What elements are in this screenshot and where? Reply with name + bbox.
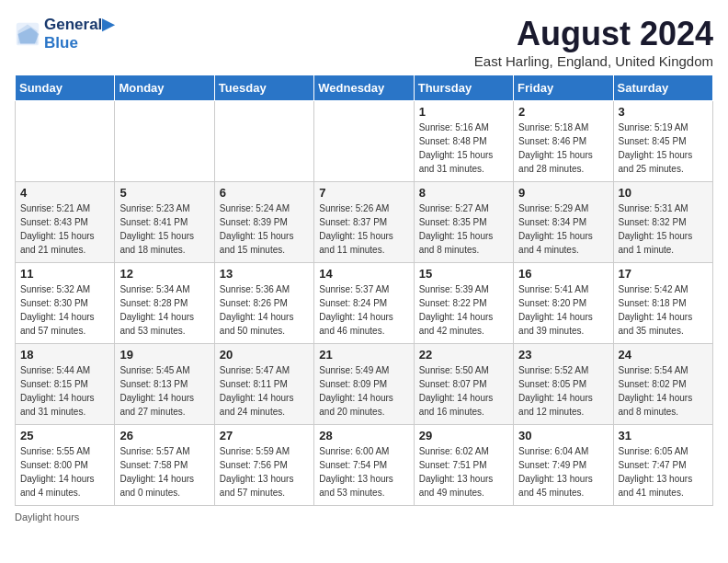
day-info: Sunrise: 5:50 AMSunset: 8:07 PMDaylight:… bbox=[419, 363, 508, 419]
col-saturday: Saturday bbox=[613, 75, 712, 101]
calendar-cell: 10Sunrise: 5:31 AMSunset: 8:32 PMDayligh… bbox=[613, 182, 712, 263]
day-number: 7 bbox=[319, 186, 408, 200]
day-info: Sunrise: 5:36 AMSunset: 8:26 PMDaylight:… bbox=[220, 282, 309, 338]
day-number: 16 bbox=[518, 267, 608, 281]
day-info: Sunrise: 5:45 AMSunset: 8:13 PMDaylight:… bbox=[119, 363, 209, 419]
footer-label: Daylight hours bbox=[15, 511, 79, 523]
calendar-cell: 21Sunrise: 5:49 AMSunset: 8:09 PMDayligh… bbox=[314, 344, 414, 425]
calendar-cell: 4Sunrise: 5:21 AMSunset: 8:43 PMDaylight… bbox=[16, 182, 115, 263]
calendar-cell: 14Sunrise: 5:37 AMSunset: 8:24 PMDayligh… bbox=[314, 263, 414, 344]
day-info: Sunrise: 5:29 AMSunset: 8:34 PMDaylight:… bbox=[518, 201, 608, 257]
day-number: 15 bbox=[419, 267, 508, 281]
calendar-cell: 6Sunrise: 5:24 AMSunset: 8:39 PMDaylight… bbox=[214, 182, 313, 263]
calendar-cell: 11Sunrise: 5:32 AMSunset: 8:30 PMDayligh… bbox=[16, 263, 115, 344]
day-number: 29 bbox=[419, 429, 508, 442]
calendar-cell: 25Sunrise: 5:55 AMSunset: 8:00 PMDayligh… bbox=[16, 425, 115, 506]
day-info: Sunrise: 5:44 AMSunset: 8:15 PMDaylight:… bbox=[20, 363, 109, 419]
calendar-cell bbox=[314, 101, 414, 182]
day-info: Sunrise: 6:02 AMSunset: 7:51 PMDaylight:… bbox=[419, 444, 508, 500]
day-info: Sunrise: 5:57 AMSunset: 7:58 PMDaylight:… bbox=[119, 444, 209, 500]
day-info: Sunrise: 5:27 AMSunset: 8:35 PMDaylight:… bbox=[419, 201, 508, 257]
calendar-cell: 18Sunrise: 5:44 AMSunset: 8:15 PMDayligh… bbox=[16, 344, 115, 425]
logo-icon bbox=[15, 21, 40, 47]
day-number: 30 bbox=[518, 429, 608, 442]
calendar-cell: 12Sunrise: 5:34 AMSunset: 8:28 PMDayligh… bbox=[115, 263, 214, 344]
footer: Daylight hours bbox=[15, 511, 713, 523]
day-number: 1 bbox=[419, 105, 508, 119]
day-info: Sunrise: 5:39 AMSunset: 8:22 PMDaylight:… bbox=[419, 282, 508, 338]
calendar-cell bbox=[16, 101, 115, 182]
calendar-cell: 24Sunrise: 5:54 AMSunset: 8:02 PMDayligh… bbox=[613, 344, 712, 425]
calendar-cell: 29Sunrise: 6:02 AMSunset: 7:51 PMDayligh… bbox=[414, 425, 513, 506]
calendar-week-1: 1Sunrise: 5:16 AMSunset: 8:48 PMDaylight… bbox=[16, 101, 713, 182]
day-number: 23 bbox=[518, 348, 608, 362]
day-number: 17 bbox=[619, 267, 708, 281]
calendar-cell: 2Sunrise: 5:18 AMSunset: 8:46 PMDaylight… bbox=[514, 101, 613, 182]
col-tuesday: Tuesday bbox=[214, 75, 313, 101]
logo-text: General▶ Blue bbox=[44, 15, 114, 52]
calendar-cell: 3Sunrise: 5:19 AMSunset: 8:45 PMDaylight… bbox=[613, 101, 712, 182]
day-number: 21 bbox=[319, 348, 408, 362]
location: East Harling, England, United Kingdom bbox=[474, 53, 713, 69]
day-number: 8 bbox=[419, 186, 508, 200]
day-info: Sunrise: 5:24 AMSunset: 8:39 PMDaylight:… bbox=[220, 201, 309, 257]
day-info: Sunrise: 5:18 AMSunset: 8:46 PMDaylight:… bbox=[518, 121, 608, 176]
day-info: Sunrise: 5:41 AMSunset: 8:20 PMDaylight:… bbox=[518, 282, 608, 338]
calendar-week-2: 4Sunrise: 5:21 AMSunset: 8:43 PMDaylight… bbox=[16, 182, 713, 263]
day-number: 20 bbox=[220, 348, 309, 362]
day-info: Sunrise: 6:04 AMSunset: 7:49 PMDaylight:… bbox=[518, 444, 608, 500]
day-info: Sunrise: 5:37 AMSunset: 8:24 PMDaylight:… bbox=[319, 282, 408, 338]
day-number: 22 bbox=[419, 348, 508, 362]
day-number: 4 bbox=[20, 186, 109, 200]
day-number: 28 bbox=[319, 429, 408, 442]
page-header: General▶ Blue August 2024 East Harling, … bbox=[15, 15, 713, 69]
calendar-cell: 26Sunrise: 5:57 AMSunset: 7:58 PMDayligh… bbox=[115, 425, 214, 506]
day-info: Sunrise: 6:05 AMSunset: 7:47 PMDaylight:… bbox=[619, 444, 708, 500]
day-info: Sunrise: 6:00 AMSunset: 7:54 PMDaylight:… bbox=[319, 444, 408, 500]
day-number: 14 bbox=[319, 267, 408, 281]
day-number: 10 bbox=[619, 186, 708, 200]
day-info: Sunrise: 5:55 AMSunset: 8:00 PMDaylight:… bbox=[20, 444, 109, 500]
day-number: 19 bbox=[119, 348, 209, 362]
day-number: 3 bbox=[619, 105, 708, 119]
day-info: Sunrise: 5:52 AMSunset: 8:05 PMDaylight:… bbox=[518, 363, 608, 419]
day-number: 27 bbox=[220, 429, 309, 442]
calendar-cell: 30Sunrise: 6:04 AMSunset: 7:49 PMDayligh… bbox=[514, 425, 613, 506]
calendar-week-4: 18Sunrise: 5:44 AMSunset: 8:15 PMDayligh… bbox=[16, 344, 713, 425]
calendar-week-5: 25Sunrise: 5:55 AMSunset: 8:00 PMDayligh… bbox=[16, 425, 713, 506]
calendar-cell: 20Sunrise: 5:47 AMSunset: 8:11 PMDayligh… bbox=[214, 344, 313, 425]
day-number: 31 bbox=[619, 429, 708, 442]
calendar-week-3: 11Sunrise: 5:32 AMSunset: 8:30 PMDayligh… bbox=[16, 263, 713, 344]
day-info: Sunrise: 5:54 AMSunset: 8:02 PMDaylight:… bbox=[619, 363, 708, 419]
day-info: Sunrise: 5:32 AMSunset: 8:30 PMDaylight:… bbox=[20, 282, 109, 338]
month-year: August 2024 bbox=[474, 15, 713, 53]
calendar-cell: 8Sunrise: 5:27 AMSunset: 8:35 PMDaylight… bbox=[414, 182, 513, 263]
day-info: Sunrise: 5:49 AMSunset: 8:09 PMDaylight:… bbox=[319, 363, 408, 419]
calendar-cell: 17Sunrise: 5:42 AMSunset: 8:18 PMDayligh… bbox=[613, 263, 712, 344]
calendar-cell: 16Sunrise: 5:41 AMSunset: 8:20 PMDayligh… bbox=[514, 263, 613, 344]
day-info: Sunrise: 5:59 AMSunset: 7:56 PMDaylight:… bbox=[220, 444, 309, 500]
day-number: 18 bbox=[20, 348, 109, 362]
calendar-cell: 15Sunrise: 5:39 AMSunset: 8:22 PMDayligh… bbox=[414, 263, 513, 344]
calendar-cell: 5Sunrise: 5:23 AMSunset: 8:41 PMDaylight… bbox=[115, 182, 214, 263]
calendar-cell: 13Sunrise: 5:36 AMSunset: 8:26 PMDayligh… bbox=[214, 263, 313, 344]
day-info: Sunrise: 5:21 AMSunset: 8:43 PMDaylight:… bbox=[20, 201, 109, 257]
calendar-cell: 31Sunrise: 6:05 AMSunset: 7:47 PMDayligh… bbox=[613, 425, 712, 506]
calendar-cell: 19Sunrise: 5:45 AMSunset: 8:13 PMDayligh… bbox=[115, 344, 214, 425]
day-number: 13 bbox=[220, 267, 309, 281]
day-number: 26 bbox=[119, 429, 209, 442]
calendar-cell bbox=[214, 101, 313, 182]
day-number: 2 bbox=[518, 105, 608, 119]
title-block: August 2024 East Harling, England, Unite… bbox=[474, 15, 713, 69]
calendar-cell: 1Sunrise: 5:16 AMSunset: 8:48 PMDaylight… bbox=[414, 101, 513, 182]
day-number: 9 bbox=[518, 186, 608, 200]
day-info: Sunrise: 5:34 AMSunset: 8:28 PMDaylight:… bbox=[119, 282, 209, 338]
calendar-cell: 27Sunrise: 5:59 AMSunset: 7:56 PMDayligh… bbox=[214, 425, 313, 506]
day-info: Sunrise: 5:16 AMSunset: 8:48 PMDaylight:… bbox=[419, 121, 508, 176]
calendar-cell: 28Sunrise: 6:00 AMSunset: 7:54 PMDayligh… bbox=[314, 425, 414, 506]
calendar-cell: 7Sunrise: 5:26 AMSunset: 8:37 PMDaylight… bbox=[314, 182, 414, 263]
day-number: 6 bbox=[220, 186, 309, 200]
col-sunday: Sunday bbox=[16, 75, 115, 101]
day-number: 5 bbox=[119, 186, 209, 200]
col-friday: Friday bbox=[514, 75, 613, 101]
